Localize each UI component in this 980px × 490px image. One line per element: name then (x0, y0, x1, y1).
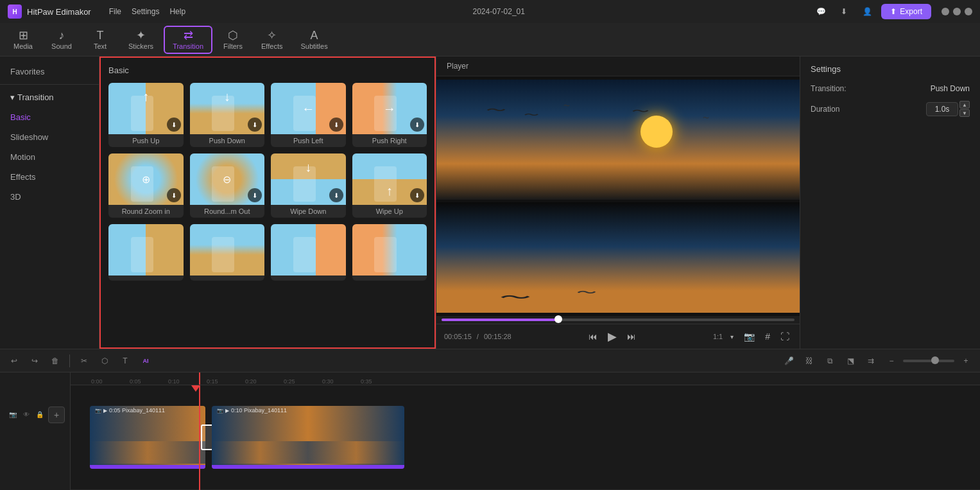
fullscreen-icon[interactable]: ⛶ (778, 330, 792, 343)
menu-file[interactable]: File (109, 7, 121, 16)
maximize-button[interactable] (953, 8, 961, 15)
ruler-mark-0: 0:00 (90, 378, 128, 385)
download-round-zoom-out-icon[interactable]: ⬇ (248, 188, 262, 202)
delete-button[interactable]: 🗑 (46, 352, 64, 370)
sidebar-item-effects[interactable]: Effects (0, 167, 99, 187)
transition-card-wipe-down[interactable]: ↓ ⬇ Wipe Down (271, 153, 346, 218)
ai-button[interactable]: AI (137, 352, 155, 370)
download-push-right-icon[interactable]: ⬇ (410, 118, 424, 132)
tool-text[interactable]: T Text (82, 26, 118, 54)
transition-setting-value: Push Down (931, 84, 970, 93)
zoom-in-icon[interactable]: + (957, 352, 975, 370)
duration-value[interactable]: 1.0s (926, 102, 958, 116)
download-round-zoom-in-icon[interactable]: ⬇ (167, 188, 181, 202)
content-panel: Basic ↑ ⬇ Push Up (99, 57, 436, 349)
transition-card-row3-1[interactable] (108, 224, 184, 281)
wipe-down-label: Wipe Down (271, 205, 346, 218)
duration-input-group: 1.0s ▲ ▼ (926, 101, 970, 117)
tool-filters[interactable]: ⬡ Filters (215, 26, 251, 54)
menu-help[interactable]: Help (169, 7, 185, 16)
close-button[interactable] (965, 8, 972, 15)
sidebar-item-slideshow[interactable]: Slideshow (0, 127, 99, 147)
push-up-label: Push Up (108, 134, 184, 147)
duration-down-arrow[interactable]: ▼ (959, 109, 970, 117)
track-lock-icon[interactable]: 🔒 (34, 409, 46, 421)
seek-thumb[interactable] (554, 315, 562, 323)
main-area: Favorites ▾ Transition Basic Slideshow M… (0, 57, 980, 349)
add-track-button[interactable]: + (48, 407, 65, 423)
chevron-down-icon: ▾ (10, 92, 15, 102)
profile-icon[interactable]: 👤 (858, 3, 876, 21)
menu-settings[interactable]: Settings (132, 7, 159, 16)
export-icon: ⬆ (890, 7, 897, 16)
download-push-up-icon[interactable]: ⬇ (167, 118, 181, 132)
fast-forward-button[interactable]: ⏭ (624, 330, 639, 343)
play-button[interactable]: ▶ (605, 328, 619, 345)
download-wipe-down-icon[interactable]: ⬇ (329, 188, 343, 202)
redo-button[interactable]: ↪ (26, 352, 44, 370)
ruler-mark-4: 0:20 (244, 378, 282, 385)
mirror-icon[interactable]: ⬔ (841, 352, 859, 370)
undo-button[interactable]: ↩ (5, 352, 23, 370)
text-overlay-button[interactable]: T (116, 352, 134, 370)
grid-icon[interactable]: # (762, 330, 773, 343)
seek-bar[interactable] (442, 319, 795, 321)
duration-up-arrow[interactable]: ▲ (959, 101, 970, 109)
transition-card-push-right[interactable]: → ⬇ Push Right (352, 83, 427, 147)
player-controls: 00:05:15 / 00:15:28 ⏮ ▶ ⏭ 1:1 ▾ 📷 # ⛶ (436, 324, 800, 349)
video-clip-2[interactable]: 📷 ▶ 0:10 Pixabay_140111 (212, 406, 404, 468)
thumb-row3-1 (108, 224, 184, 276)
transition-setting-row: Transition: Push Down (811, 84, 970, 93)
export-button[interactable]: ⬆ Export (881, 4, 931, 19)
tool-effects[interactable]: ✧ Effects (254, 26, 290, 54)
download-wipe-up-icon[interactable]: ⬇ (410, 188, 424, 202)
tool-stickers[interactable]: ✦ Stickers (121, 26, 161, 54)
download-push-down-icon[interactable]: ⬇ (248, 118, 262, 132)
video-clip-1[interactable]: 📷 ▶ 0:05 Pixabay_140111 (90, 406, 205, 468)
toolbar: ⊞ Media ♪ Sound T Text ✦ Stickers ⇄ Tran… (0, 23, 980, 57)
sidebar-item-basic[interactable]: Basic (0, 107, 99, 127)
audio-record-icon[interactable]: 🎤 (780, 352, 798, 370)
track-camera-icon[interactable]: 📷 (7, 409, 19, 421)
transition-card-push-down[interactable]: ↓ ⬇ Push Down (190, 83, 265, 147)
tool-sound[interactable]: ♪ Sound (44, 26, 80, 54)
speed-icon[interactable]: ⇉ (862, 352, 880, 370)
split-icon[interactable]: ⧉ (821, 352, 839, 370)
download-icon[interactable]: ⬇ (835, 3, 853, 21)
zoom-slider-thumb[interactable] (931, 356, 939, 364)
row3-1-label (108, 276, 184, 281)
filters-icon: ⬡ (228, 30, 238, 41)
thumb-row3-3 (271, 224, 346, 276)
zoom-dropdown-icon[interactable]: ▾ (728, 332, 736, 342)
transition-card-row3-3[interactable] (271, 224, 346, 281)
zoom-out-icon[interactable]: − (882, 352, 900, 370)
player-panel: Player 〜 〜 〜 〜 〜 〜 〜 (436, 57, 800, 349)
freeze-button[interactable]: ⬡ (96, 352, 114, 370)
sidebar-favorites[interactable]: Favorites (0, 62, 99, 82)
player-header: Player (436, 57, 800, 76)
comment-icon[interactable]: 💬 (812, 3, 830, 21)
minimize-button[interactable] (941, 8, 949, 15)
track-eye-icon[interactable]: 👁 (21, 409, 32, 421)
link-icon[interactable]: ⛓ (800, 352, 818, 370)
sidebar-item-motion[interactable]: Motion (0, 147, 99, 167)
round-zoom-in-label: Round Zoom in (108, 205, 184, 218)
screenshot-icon[interactable]: 📷 (741, 330, 757, 343)
download-push-left-icon[interactable]: ⬇ (329, 118, 343, 132)
sidebar-item-3d[interactable]: 3D (0, 187, 99, 207)
tool-media[interactable]: ⊞ Media (5, 26, 41, 54)
transition-card-row3-4[interactable] (352, 224, 427, 281)
transition-card-round-zoom-out[interactable]: ⊖ ⬇ Round...m Out (190, 153, 265, 218)
zoom-slider[interactable] (903, 360, 954, 362)
transition-card-round-zoom-in[interactable]: ⊕ ⬇ Round Zoom in (108, 153, 184, 218)
transition-card-push-left[interactable]: ← ⬇ Push Left (271, 83, 346, 147)
transition-card-wipe-up[interactable]: ↑ ⬇ Wipe Up (352, 153, 427, 218)
rewind-button[interactable]: ⏮ (586, 330, 600, 343)
cut-button[interactable]: ✂ (75, 352, 93, 370)
tool-transition[interactable]: ⇄ Transition (164, 26, 212, 54)
track-row-video: 📷 ▶ 0:05 Pixabay_140111 📷 (71, 385, 980, 490)
transition-card-row3-2[interactable] (190, 224, 265, 281)
effects-icon: ✧ (267, 30, 277, 41)
tool-subtitles[interactable]: A Subtitles (293, 26, 335, 54)
transition-card-push-up[interactable]: ↑ ⬇ Push Up (108, 83, 184, 147)
